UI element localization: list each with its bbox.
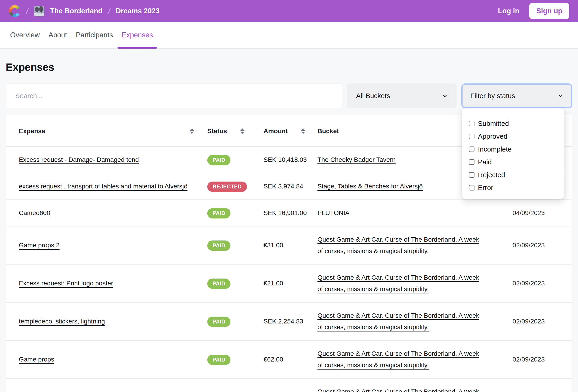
expense-link[interactable]: excess request , transport of tables and… xyxy=(19,183,188,190)
breadcrumb-group-link[interactable]: The Borderland xyxy=(50,7,102,15)
tab-about[interactable]: About xyxy=(48,22,67,48)
status-badge: REJECTED xyxy=(207,182,247,192)
status-filter-select[interactable]: Filter by status xyxy=(461,83,572,108)
table-row: Game props 2 PAID €31.00 Quest Game & Ar… xyxy=(6,226,572,264)
bucket-link[interactable]: Quest Game & Art Car. Curse of The Borde… xyxy=(317,236,479,254)
status-badge: PAID xyxy=(207,355,231,365)
auth-actions: Log in Sign up xyxy=(498,3,569,19)
column-header-amount: Amount xyxy=(264,115,317,147)
status-badge: PAID xyxy=(207,316,231,327)
tab-expenses[interactable]: Expenses xyxy=(121,22,153,48)
status-badge: PAID xyxy=(207,208,231,218)
chevron-down-icon xyxy=(557,92,564,99)
column-label-status: Status xyxy=(207,127,227,135)
status-badge: PAID xyxy=(207,155,231,165)
date-value: 02/09/2023 xyxy=(492,302,572,340)
date-value: 02/09/2023 xyxy=(492,379,572,392)
tab-participants[interactable]: Participants xyxy=(75,22,113,48)
bucket-link[interactable]: The Cheeky Badger Tavern xyxy=(317,156,395,163)
status-option-label: Paid xyxy=(478,158,492,166)
amount-value: SEK 2,254.83 xyxy=(264,302,317,340)
status-checkbox[interactable] xyxy=(469,159,475,165)
bucket-link[interactable]: Quest Game & Art Car. Curse of The Borde… xyxy=(317,388,479,392)
tab-bar: Overview About Participants Expenses xyxy=(0,22,578,49)
expense-link[interactable]: templedeco, stickers, lightning xyxy=(19,318,105,325)
date-value: 02/09/2023 xyxy=(492,226,572,264)
tab-overview[interactable]: Overview xyxy=(10,22,40,48)
trees-photo xyxy=(34,6,44,16)
group-avatar[interactable] xyxy=(34,6,44,16)
page-title: Expenses xyxy=(6,61,572,73)
status-option-label: Approved xyxy=(478,132,507,140)
bucket-link[interactable]: Quest Game & Art Car. Curse of The Borde… xyxy=(317,350,479,369)
app-header: / The Borderland / Dreams 2023 Log in Si… xyxy=(0,0,578,22)
status-option-label: Rejected xyxy=(478,171,505,179)
breadcrumb-separator: / xyxy=(107,7,111,16)
table-row: templedeco, stickers, lightning PAID SEK… xyxy=(6,302,572,340)
signup-button[interactable]: Sign up xyxy=(529,3,569,19)
amount-value: €31.00 xyxy=(264,226,317,264)
status-checkbox[interactable] xyxy=(469,185,475,191)
column-label-bucket: Bucket xyxy=(317,127,339,135)
bucket-link[interactable]: PLUTONIA xyxy=(317,209,350,216)
breadcrumb: / The Borderland / Dreams 2023 xyxy=(9,5,159,17)
date-value: 02/09/2023 xyxy=(492,264,572,302)
filter-row: All Buckets Filter by status xyxy=(6,83,572,108)
status-filter-label: Filter by status xyxy=(470,92,515,100)
status-option[interactable]: Paid xyxy=(469,156,565,168)
status-badge: PAID xyxy=(207,278,231,289)
table-row: Excess request: Print logo poster PAID €… xyxy=(6,264,572,302)
expense-link[interactable]: Excess request - Damage- Damaged tend xyxy=(19,156,139,163)
status-checkbox[interactable] xyxy=(469,147,475,152)
status-badge: PAID xyxy=(207,240,231,251)
column-header-expense: Expense xyxy=(6,115,207,147)
bucket-filter-select[interactable]: All Buckets xyxy=(347,83,457,108)
cobudget-logo-icon[interactable] xyxy=(9,5,21,17)
status-checkbox[interactable] xyxy=(469,172,475,178)
date-value: 02/09/2023 xyxy=(492,340,572,379)
sort-amount-icon[interactable] xyxy=(301,128,305,134)
status-option[interactable]: Incomplete xyxy=(469,143,565,156)
status-option-label: Error xyxy=(478,184,493,192)
status-checkbox[interactable] xyxy=(469,121,475,126)
search-input[interactable] xyxy=(6,83,342,108)
amount-value: SEK 16,901.00 xyxy=(264,200,317,226)
status-filter-dropdown: Submitted Approved Incomplete Paid Rejec… xyxy=(462,108,565,199)
breadcrumb-event-link[interactable]: Dreams 2023 xyxy=(116,7,159,15)
amount-value: SEK 3,974.84 xyxy=(264,173,317,200)
amount-value: €62.00 xyxy=(264,340,317,379)
breadcrumb-separator: / xyxy=(25,7,29,16)
column-label-amount: Amount xyxy=(264,127,288,135)
bucket-filter-value: All Buckets xyxy=(356,92,390,100)
amount-value: €29.00 xyxy=(264,379,317,392)
login-link[interactable]: Log in xyxy=(498,7,519,15)
sort-status-icon[interactable] xyxy=(240,128,244,134)
status-option[interactable]: Approved xyxy=(469,130,565,143)
chevron-down-icon xyxy=(441,92,448,99)
date-value: 04/09/2023 xyxy=(492,200,572,226)
bucket-link[interactable]: Stage, Tables & Benches for Alversjö xyxy=(317,183,423,190)
column-label-expense: Expense xyxy=(19,127,45,135)
status-option-label: Submitted xyxy=(478,120,509,127)
status-checkbox[interactable] xyxy=(469,134,475,139)
status-option[interactable]: Error xyxy=(469,181,565,194)
expense-link[interactable]: Excess request: Print logo poster xyxy=(19,280,113,287)
column-header-status: Status xyxy=(207,115,264,147)
amount-value: €21.00 xyxy=(264,264,317,302)
expense-link[interactable]: Game props xyxy=(19,356,54,363)
table-row: Game props PAID €62.00 Quest Game & Art … xyxy=(6,340,572,379)
sort-expense-icon[interactable] xyxy=(190,128,194,134)
status-option[interactable]: Submitted xyxy=(469,117,565,130)
status-option[interactable]: Rejected xyxy=(469,168,565,181)
bucket-link[interactable]: Quest Game & Art Car. Curse of The Borde… xyxy=(317,274,479,293)
status-option-label: Incomplete xyxy=(478,145,512,153)
table-row: Cameo600 PAID SEK 16,901.00 PLUTONIA 04/… xyxy=(6,200,572,226)
amount-value: SEK 10,418.03 xyxy=(264,147,317,173)
expense-link[interactable]: Game props 2 xyxy=(19,242,59,249)
bucket-link[interactable]: Quest Game & Art Car. Curse of The Borde… xyxy=(317,312,479,331)
expense-link[interactable]: Cameo600 xyxy=(19,209,50,216)
table-row: Spray paint PAID €29.00 Quest Game & Art… xyxy=(6,379,572,392)
